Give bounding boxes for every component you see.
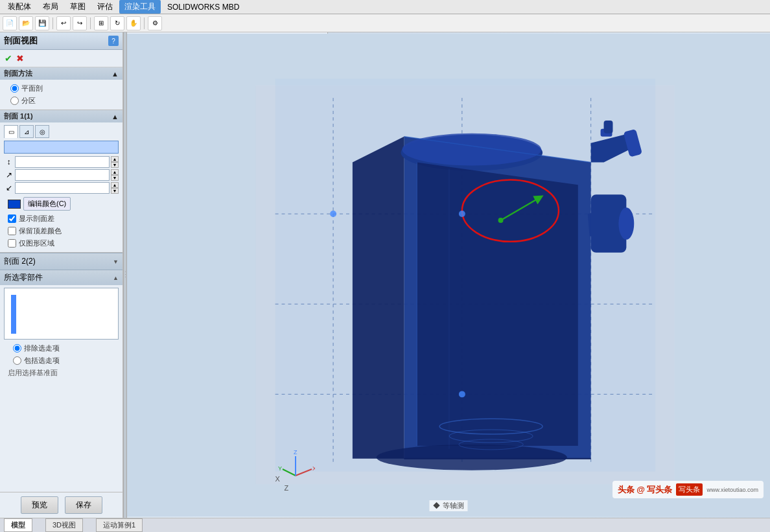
parts-list-item — [11, 295, 16, 334]
offset-icon: ↕ — [4, 157, 14, 167]
angle1-down[interactable]: ▼ — [111, 175, 119, 181]
viewport[interactable]: ⊕ 🔩 杯子装图体 (默认<<默认>_显示状态-1>) 📋 History 📡 … — [127, 32, 770, 518]
radio-zone-cut-label: 分区 — [21, 96, 36, 106]
status-bar: 模型 3D视图 运动算例1 — [0, 518, 770, 532]
offset-row: ↕ 0.00mm ▲ ▼ — [4, 156, 119, 168]
radio-exclude-label: 排除选走项 — [24, 343, 60, 353]
confirm-button[interactable]: ✔ — [4, 52, 13, 64]
edit-color-button[interactable]: 编辑颜色(C) — [23, 197, 71, 211]
section-method-panel: 剖面方法 ▲ 平面剖 分区 — [0, 67, 122, 110]
svg-point-18 — [618, 207, 634, 240]
shape-only-checkbox[interactable] — [8, 239, 16, 248]
svg-point-34 — [459, 391, 465, 397]
watermark-text: 头条 @ 写头条 — [618, 484, 673, 496]
tab-motion[interactable]: 运动算例1 — [96, 518, 143, 532]
toolbar-redo[interactable]: ↪ — [73, 16, 87, 30]
angle1-row: ↗ 0.00度 ▲ ▼ — [4, 169, 119, 181]
menu-render[interactable]: 渲染工具 — [119, 0, 161, 14]
save-button[interactable]: 保存 — [65, 496, 102, 514]
tab-btn-3[interactable]: ◎ — [35, 125, 49, 138]
toolbar-zoom-fit[interactable]: ⊞ — [94, 16, 108, 30]
section2-header[interactable]: 剖面 2(2) ▼ — [0, 253, 122, 270]
color-swatch — [8, 200, 21, 209]
tab-btn-1[interactable]: ▭ — [4, 125, 18, 138]
menu-evaluate[interactable]: 评估 — [92, 0, 118, 14]
radio-exclude-input[interactable] — [13, 344, 21, 353]
watermark: 头条 @ 写头条 写头条 www.xietoutiao.com — [612, 481, 764, 498]
radio-include: 包括选走项 — [8, 354, 115, 367]
menu-layout[interactable]: 布局 — [38, 0, 64, 14]
keep-hatch-row: 保留顶差颜色 — [4, 225, 119, 237]
toolbar-sep-1 — [52, 17, 53, 29]
angle1-icon: ↗ — [4, 170, 14, 180]
section-method-content: 平面剖 分区 — [0, 80, 122, 110]
section-method-header[interactable]: 剖面方法 ▲ — [0, 67, 122, 80]
angle1-up[interactable]: ▲ — [111, 169, 119, 175]
tab-3dview[interactable]: 3D视图 — [45, 518, 83, 532]
help-button[interactable]: ? — [108, 36, 119, 46]
toolbar-pan[interactable]: ✋ — [126, 16, 141, 30]
offset-up[interactable]: ▲ — [111, 156, 119, 162]
keep-hatch-label: 保留顶差颜色 — [19, 226, 62, 236]
plane-input[interactable]: 前视基准面 — [4, 141, 119, 154]
menu-assembly[interactable]: 装配体 — [3, 0, 36, 14]
projection-icon: ◆ — [433, 502, 442, 509]
section-method-label: 剖面方法 — [4, 69, 32, 78]
angle2-row: ↙ 0.00度 ▲ ▼ — [4, 182, 119, 194]
menu-mbd[interactable]: SOLIDWORKS MBD — [162, 1, 244, 13]
radio-zone-cut-input[interactable] — [10, 97, 19, 105]
radio-include-label: 包括选走项 — [24, 356, 60, 365]
angle2-input[interactable]: 0.00度 — [15, 182, 110, 194]
offset-down[interactable]: ▼ — [111, 162, 119, 168]
selected-parts-arrow[interactable]: ▲ — [113, 275, 119, 281]
preview-button[interactable]: 预览 — [21, 496, 58, 514]
angle2-down[interactable]: ▼ — [111, 188, 119, 194]
toolbar-new[interactable]: 📄 — [3, 16, 17, 30]
svg-point-12 — [402, 133, 541, 166]
svg-point-33 — [459, 211, 465, 217]
angle1-input[interactable]: 0.00度 — [15, 169, 110, 181]
radio-include-input[interactable] — [13, 356, 21, 365]
section1-content: ▭ ⊿ ◎ 前视基准面 ↕ 0.00mm ▲ ▼ ↗ — [0, 122, 122, 252]
keep-hatch-checkbox[interactable] — [8, 227, 16, 235]
color-btn-row: 编辑颜色(C) — [4, 195, 119, 213]
shape-only-row: 仅图形区域 — [4, 237, 119, 249]
watermark-logo: 写头条 — [676, 483, 703, 496]
offset-input[interactable]: 0.00mm — [15, 156, 110, 168]
svg-text:Z: Z — [294, 449, 298, 456]
show-hatch-checkbox[interactable] — [8, 214, 16, 223]
radio-zone-cut: 分区 — [5, 95, 117, 107]
toolbar-options[interactable]: ⚙ — [148, 16, 162, 30]
radio-plane-cut-label: 平面剖 — [21, 84, 43, 93]
offset-spinners: ▲ ▼ — [111, 156, 119, 168]
use-selection-label: 启用选择基准面 — [8, 367, 115, 379]
angle2-up[interactable]: ▲ — [111, 182, 119, 188]
panel-spacer — [0, 384, 122, 492]
toolbar-sep-2 — [90, 17, 91, 29]
selected-parts-header[interactable]: 所选零部件 ▲ — [0, 270, 122, 285]
svg-text:Z: Z — [285, 484, 289, 492]
radio-plane-cut-input[interactable] — [10, 84, 19, 93]
angle2-icon: ↙ — [4, 183, 14, 193]
toolbar-save[interactable]: 💾 — [35, 16, 49, 30]
toolbar-undo[interactable]: ↩ — [56, 16, 71, 30]
selected-parts-label: 所选零部件 — [4, 272, 43, 283]
angle2-spinners: ▲ ▼ — [111, 182, 119, 194]
show-hatch-label: 显示剖面差 — [19, 214, 54, 224]
svg-text:X: X — [312, 465, 315, 472]
tab-model[interactable]: 模型 — [4, 518, 32, 532]
action-row: ✔ ✖ — [0, 50, 122, 67]
section2-label: 剖面 2(2) — [4, 256, 36, 267]
svg-line-38 — [283, 469, 296, 476]
cancel-button[interactable]: ✖ — [16, 52, 25, 64]
watermark-site: www.xietoutiao.com — [706, 487, 758, 493]
menu-sketch[interactable]: 草图 — [65, 0, 91, 14]
selected-parts-content: 排除选走项 包括选走项 启用选择基准面 — [0, 285, 122, 384]
section1-arrow[interactable]: ▲ — [111, 113, 119, 121]
section-method-arrow[interactable]: ▲ — [111, 70, 119, 78]
toolbar-open[interactable]: 📂 — [19, 16, 33, 30]
section1-header[interactable]: 剖面 1(1) ▲ — [0, 110, 122, 122]
section2-arrow[interactable]: ▼ — [113, 259, 119, 265]
tab-btn-2[interactable]: ⊿ — [19, 125, 34, 138]
toolbar-rotate[interactable]: ↻ — [110, 16, 124, 30]
